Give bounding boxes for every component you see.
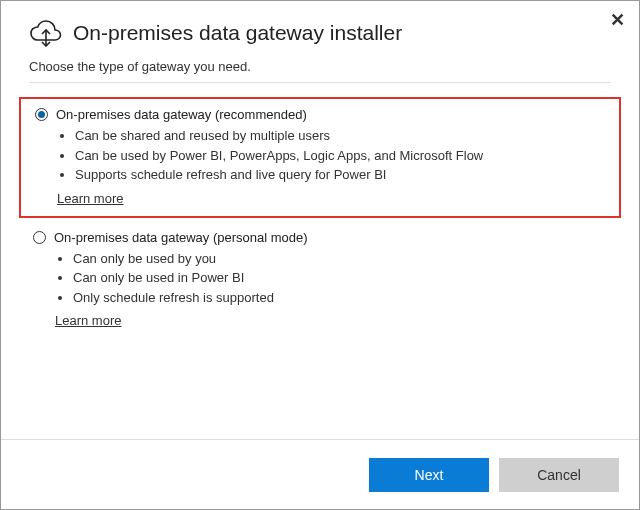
cancel-button[interactable]: Cancel [499, 458, 619, 492]
divider [29, 82, 611, 83]
bullet: Can only be used by you [73, 249, 611, 269]
header: On-premises data gateway installer [1, 1, 639, 57]
bullet: Only schedule refresh is supported [73, 288, 611, 308]
bullets-personal: Can only be used by you Can only be used… [33, 249, 611, 308]
bullets-recommended: Can be shared and reused by multiple use… [35, 126, 609, 185]
cloud-upload-icon [29, 19, 63, 47]
gateway-options: On-premises data gateway (recommended) C… [1, 97, 639, 338]
bullet: Can be shared and reused by multiple use… [75, 126, 609, 146]
radio-recommended[interactable] [35, 108, 48, 121]
page-title: On-premises data gateway installer [73, 21, 402, 45]
option-personal[interactable]: On-premises data gateway (personal mode)… [19, 222, 621, 339]
footer: Next Cancel [1, 439, 639, 509]
radio-label-personal: On-premises data gateway (personal mode) [54, 230, 308, 245]
radio-row-recommended[interactable]: On-premises data gateway (recommended) [35, 107, 609, 122]
radio-row-personal[interactable]: On-premises data gateway (personal mode) [33, 230, 611, 245]
bullet: Can only be used in Power BI [73, 268, 611, 288]
learn-more-link[interactable]: Learn more [57, 191, 123, 206]
bullet: Supports schedule refresh and live query… [75, 165, 609, 185]
option-recommended[interactable]: On-premises data gateway (recommended) C… [19, 97, 621, 218]
learn-more-link[interactable]: Learn more [55, 313, 121, 328]
radio-label-recommended: On-premises data gateway (recommended) [56, 107, 307, 122]
page-subtitle: Choose the type of gateway you need. [1, 57, 639, 82]
bullet: Can be used by Power BI, PowerApps, Logi… [75, 146, 609, 166]
next-button[interactable]: Next [369, 458, 489, 492]
close-button[interactable]: ✕ [606, 7, 629, 33]
radio-personal[interactable] [33, 231, 46, 244]
